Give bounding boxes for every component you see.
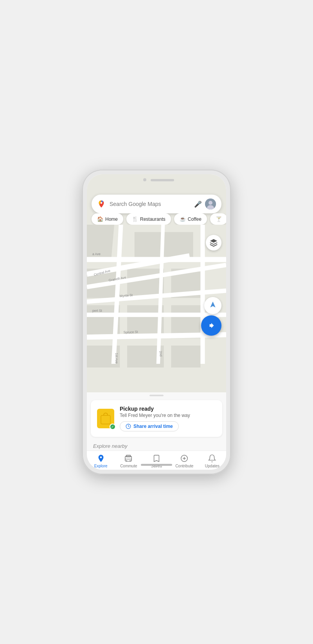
chip-restaurants-label: Restaurants <box>140 216 165 222</box>
share-arrival-label: Share arrival time <box>133 424 173 429</box>
phone-frame: Search Google Maps 🎤 🏠 Home 🍴 Rest <box>82 170 231 474</box>
svg-point-0 <box>101 202 103 204</box>
bottom-area: ✓ Pickup ready Tell Fred Meyer you're on… <box>87 392 226 451</box>
mic-icon[interactable]: 🎤 <box>194 200 202 208</box>
contribute-nav-icon <box>180 454 189 463</box>
nav-item-contribute[interactable]: Contribute <box>171 454 198 468</box>
drag-handle[interactable] <box>149 395 164 396</box>
svg-text:pert St: pert St <box>92 309 102 313</box>
explore-nearby-hint: Explore nearby <box>87 440 226 451</box>
nav-item-saved[interactable]: Saved <box>142 454 170 468</box>
location-arrow-icon <box>209 301 217 311</box>
pickup-subtitle: Tell Fred Meyer you're on the way <box>120 413 216 418</box>
share-arrival-button[interactable]: Share arrival time <box>120 421 179 431</box>
bottom-nav: Explore Commute Saved <box>87 451 226 470</box>
svg-rect-15 <box>87 225 114 261</box>
nav-item-updates[interactable]: Updates <box>198 454 226 468</box>
bag-icon-wrap: ✓ <box>97 409 114 428</box>
chip-coffee[interactable]: ☕ Coffee <box>174 213 207 225</box>
explore-nav-icon <box>97 454 105 463</box>
chip-bar[interactable]: 🍸 <box>210 213 226 225</box>
svg-point-43 <box>130 460 131 462</box>
saved-nav-icon <box>152 454 161 463</box>
svg-point-38 <box>100 456 102 458</box>
coffee-chip-icon: ☕ <box>180 216 186 222</box>
chip-restaurants[interactable]: 🍴 Restaurants <box>126 213 171 225</box>
commute-nav-icon <box>124 454 133 463</box>
directions-icon <box>206 320 216 331</box>
compass-icon <box>209 301 217 309</box>
contribute-nav-label: Contribute <box>175 464 193 468</box>
layers-icon <box>209 238 218 247</box>
avatar[interactable] <box>205 199 216 209</box>
pickup-card: ✓ Pickup ready Tell Fred Meyer you're on… <box>91 400 222 437</box>
navigation-button[interactable] <box>201 315 221 336</box>
phone-speaker <box>151 179 174 181</box>
phone-screen: Search Google Maps 🎤 🏠 Home 🍴 Rest <box>87 174 226 470</box>
svg-text:2nd: 2nd <box>159 351 163 357</box>
commute-nav-label: Commute <box>120 464 137 468</box>
user-avatar <box>205 199 216 209</box>
check-badge: ✓ <box>110 424 116 430</box>
clock-icon <box>126 424 131 429</box>
shopping-bag-icon <box>100 411 112 426</box>
pickup-title: Pickup ready <box>120 406 216 412</box>
search-bar[interactable]: Search Google Maps 🎤 <box>92 195 221 213</box>
layers-button[interactable] <box>206 235 221 250</box>
svg-rect-6 <box>127 269 164 298</box>
google-maps-logo-icon <box>97 200 106 208</box>
chip-home-label: Home <box>105 216 118 222</box>
nav-item-commute[interactable]: Commute <box>115 454 142 468</box>
updates-nav-icon <box>208 454 216 463</box>
explore-nav-label: Explore <box>94 464 108 468</box>
chips-area: 🏠 Home 🍴 Restaurants ☕ Coffee 🍸 <box>87 213 226 225</box>
svg-point-42 <box>126 460 127 462</box>
svg-rect-24 <box>200 225 205 364</box>
restaurants-chip-icon: 🍴 <box>132 216 138 222</box>
svg-point-2 <box>209 201 212 205</box>
svg-text:Spruce St: Spruce St <box>123 330 138 334</box>
svg-text:1st Ave: 1st Ave <box>115 353 119 364</box>
location-button[interactable] <box>204 297 221 314</box>
chip-home[interactable]: 🏠 Home <box>92 213 123 225</box>
svg-text:a Ave: a Ave <box>92 252 101 256</box>
nav-item-explore[interactable]: Explore <box>87 454 115 468</box>
pickup-info: Pickup ready Tell Fred Meyer you're on t… <box>120 406 216 431</box>
home-chip-icon: 🏠 <box>97 216 103 222</box>
search-input[interactable]: Search Google Maps <box>110 201 191 207</box>
svg-rect-36 <box>102 416 110 423</box>
chip-coffee-label: Coffee <box>188 216 201 222</box>
updates-nav-label: Updates <box>205 464 219 468</box>
svg-rect-13 <box>171 345 200 367</box>
phone-camera <box>143 178 146 181</box>
home-indicator[interactable] <box>141 464 172 466</box>
svg-rect-20 <box>87 313 226 317</box>
bar-chip-icon: 🍸 <box>216 216 222 222</box>
search-area: Search Google Maps 🎤 <box>87 191 226 213</box>
